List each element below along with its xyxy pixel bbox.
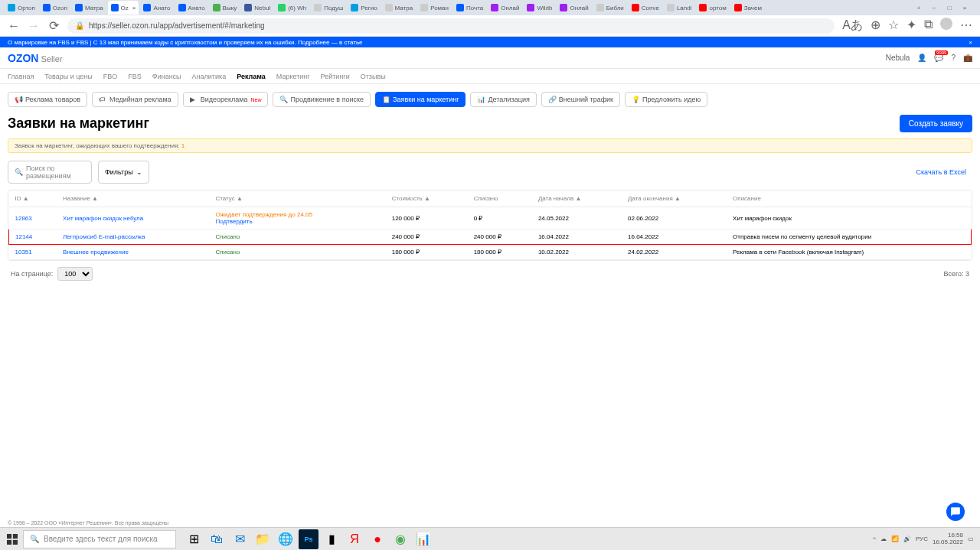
- nav-item[interactable]: Финансы: [152, 73, 181, 80]
- volume-icon[interactable]: 🔊: [903, 535, 911, 542]
- collections-icon[interactable]: ⧉: [924, 18, 933, 34]
- close-window-button[interactable]: ×: [960, 3, 969, 12]
- help-icon[interactable]: ?: [951, 54, 956, 62]
- refresh-button[interactable]: ⟳: [47, 20, 60, 32]
- subnav-pill[interactable]: ▶ВидеорекламаNew: [183, 92, 269, 107]
- column-header[interactable]: Стоимость ▲: [386, 190, 468, 207]
- browser-tab[interactable]: Матра: [382, 1, 416, 15]
- yandex-icon[interactable]: Я: [345, 529, 364, 549]
- nav-item[interactable]: Товары и цены: [44, 73, 93, 80]
- network-icon[interactable]: 📶: [891, 535, 899, 542]
- business-icon[interactable]: 💼: [963, 54, 972, 62]
- minimize-button[interactable]: −: [929, 3, 939, 12]
- maximize-button[interactable]: □: [945, 3, 954, 12]
- logo[interactable]: OZONSeller: [8, 52, 63, 64]
- menu-icon[interactable]: ⋯: [960, 18, 972, 34]
- column-header[interactable]: Описание: [727, 190, 971, 207]
- favorite-icon[interactable]: ☆: [888, 18, 899, 34]
- nav-item[interactable]: Главная: [8, 73, 34, 80]
- start-button[interactable]: [2, 529, 23, 550]
- browser-tab[interactable]: ортом: [696, 1, 729, 15]
- yandex-browser-icon[interactable]: ●: [368, 529, 387, 549]
- browser-tab[interactable]: Анато: [140, 1, 173, 15]
- app-icon[interactable]: ▮: [322, 529, 341, 549]
- subnav-pill[interactable]: 🔗Внешний трафик: [541, 92, 620, 107]
- subnav-pill[interactable]: 💡Предложить идею: [625, 92, 707, 107]
- row-name[interactable]: Внешнее продвижение: [63, 249, 129, 255]
- subnav-pill[interactable]: 📊Детализация: [470, 92, 536, 107]
- user-icon[interactable]: 👤: [917, 54, 926, 62]
- clock[interactable]: 16:58 16.05.2022: [933, 532, 963, 546]
- banner-close-icon[interactable]: ×: [969, 39, 972, 46]
- mail-icon[interactable]: ✉: [230, 529, 250, 549]
- language-indicator[interactable]: РУС: [916, 535, 928, 542]
- text-size-icon[interactable]: Aあ: [842, 18, 863, 34]
- row-id[interactable]: 10351: [15, 249, 32, 255]
- browser-tab[interactable]: Conve: [629, 1, 662, 15]
- excel-icon[interactable]: 📊: [413, 529, 433, 549]
- user-name[interactable]: Nebula: [886, 54, 910, 62]
- column-header[interactable]: Статус ▲: [209, 190, 385, 207]
- filters-button[interactable]: Фильтры ⌄: [98, 161, 149, 184]
- row-name[interactable]: Хит марафон скидок небула: [63, 215, 143, 222]
- nav-item[interactable]: Маркетинг: [276, 73, 310, 80]
- profile-icon[interactable]: [940, 18, 952, 30]
- nav-item[interactable]: FBS: [128, 73, 142, 80]
- browser-tab[interactable]: Wildb: [524, 1, 555, 15]
- task-view-icon[interactable]: ⊞: [184, 529, 204, 549]
- back-button[interactable]: ←: [8, 20, 20, 32]
- browser-tab[interactable]: Онлай: [557, 1, 591, 15]
- row-id[interactable]: 12863: [15, 215, 32, 222]
- browser-tab[interactable]: Библи: [593, 1, 627, 15]
- chat-button[interactable]: [946, 503, 965, 521]
- column-header[interactable]: Списано: [468, 190, 532, 207]
- onedrive-icon[interactable]: ☁: [880, 535, 887, 542]
- browser-tab[interactable]: Роман: [417, 1, 452, 15]
- column-header[interactable]: Дата окончания ▲: [622, 190, 727, 207]
- subnav-pill[interactable]: 🔍Продвижение в поиске: [273, 92, 371, 107]
- create-request-button[interactable]: Создать заявку: [900, 115, 972, 132]
- nav-item[interactable]: Рейтинги: [321, 73, 350, 80]
- extensions-icon[interactable]: ✦: [906, 18, 916, 34]
- app2-icon[interactable]: ◉: [390, 529, 410, 549]
- address-bar[interactable]: 🔒 https://seller.ozon.ru/app/advertiseme…: [67, 18, 835, 34]
- browser-tab[interactable]: Зачем: [731, 1, 765, 15]
- store-icon[interactable]: 🛍: [207, 529, 227, 549]
- tray-expand-icon[interactable]: ^: [873, 535, 876, 542]
- search-input[interactable]: 🔍 Поиск по размещениям: [8, 161, 92, 184]
- subnav-pill[interactable]: 📢Реклама товаров: [8, 92, 87, 107]
- nav-item[interactable]: FBO: [103, 73, 118, 80]
- photoshop-icon[interactable]: Ps: [299, 529, 318, 549]
- nav-item[interactable]: Отзывы: [361, 73, 386, 80]
- zoom-icon[interactable]: ⊕: [871, 18, 880, 34]
- browser-tab[interactable]: Landi: [664, 1, 695, 15]
- browser-tab[interactable]: Выку: [210, 1, 240, 15]
- subnav-pill[interactable]: 🏷Медийная реклама: [92, 92, 178, 107]
- browser-tab[interactable]: Матра: [72, 1, 106, 15]
- nav-item[interactable]: Реклама: [237, 73, 266, 80]
- column-header[interactable]: ID ▲: [9, 190, 57, 207]
- browser-tab[interactable]: Ортоп: [5, 1, 38, 15]
- edge-icon[interactable]: 🌐: [276, 529, 296, 549]
- column-header[interactable]: Дата начала ▲: [532, 190, 622, 207]
- row-name[interactable]: Легпромсиб E-mail-рассылка: [63, 233, 145, 240]
- per-page-select[interactable]: 100: [57, 267, 93, 281]
- browser-tab[interactable]: Онлай: [488, 1, 522, 15]
- browser-tab[interactable]: (6) Wh: [275, 1, 309, 15]
- browser-tab[interactable]: Nebul: [241, 1, 273, 15]
- export-excel-button[interactable]: Скачать в Excel: [910, 165, 972, 179]
- subnav-pill[interactable]: 📋Заявки на маркетинг: [375, 92, 466, 107]
- nav-item[interactable]: Аналитика: [192, 73, 227, 80]
- browser-tab[interactable]: Подуш: [311, 1, 346, 15]
- new-tab-button[interactable]: +: [914, 3, 923, 12]
- browser-tab[interactable]: Почта: [453, 1, 486, 15]
- messages-icon[interactable]: 💬9999: [934, 54, 943, 62]
- taskbar-search[interactable]: 🔍 Введите здесь текст для поиска: [23, 530, 176, 548]
- browser-tab[interactable]: Oz×: [108, 1, 139, 15]
- column-header[interactable]: Название ▲: [57, 190, 209, 207]
- browser-tab[interactable]: Регио: [348, 1, 380, 15]
- browser-tab[interactable]: Анато: [175, 1, 208, 15]
- forward-button[interactable]: →: [28, 20, 40, 32]
- browser-tab[interactable]: Ozon: [40, 1, 70, 15]
- notifications-icon[interactable]: ▭: [968, 535, 974, 542]
